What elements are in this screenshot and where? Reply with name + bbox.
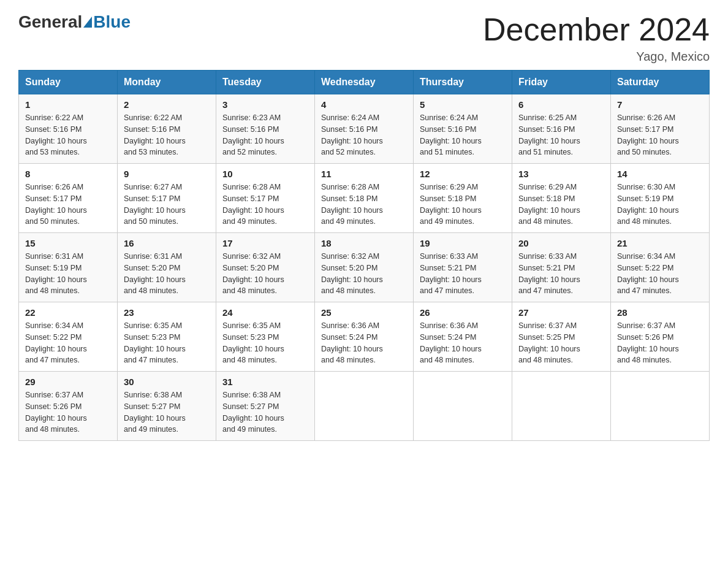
day-info: Sunrise: 6:36 AMSunset: 5:24 PMDaylight:… bbox=[321, 320, 407, 366]
day-number: 21 bbox=[617, 238, 703, 248]
calendar-day: 22Sunrise: 6:34 AMSunset: 5:22 PMDayligh… bbox=[19, 302, 118, 372]
day-info: Sunrise: 6:33 AMSunset: 5:21 PMDaylight:… bbox=[420, 251, 506, 297]
calendar-week-2: 8Sunrise: 6:26 AMSunset: 5:17 PMDaylight… bbox=[19, 164, 710, 233]
logo-blue-text: Blue bbox=[93, 12, 131, 32]
logo-general-text: General bbox=[18, 12, 82, 32]
calendar-day: 12Sunrise: 6:29 AMSunset: 5:18 PMDayligh… bbox=[414, 164, 512, 233]
weekday-header-row: SundayMondayTuesdayWednesdayThursdayFrid… bbox=[19, 71, 710, 94]
day-info: Sunrise: 6:31 AMSunset: 5:20 PMDaylight:… bbox=[124, 251, 210, 297]
day-number: 2 bbox=[124, 99, 210, 110]
calendar-week-1: 1Sunrise: 6:22 AMSunset: 5:16 PMDaylight… bbox=[19, 94, 710, 164]
calendar-day: 7Sunrise: 6:26 AMSunset: 5:17 PMDaylight… bbox=[611, 94, 710, 164]
day-number: 9 bbox=[124, 169, 210, 179]
calendar-day: 28Sunrise: 6:37 AMSunset: 5:26 PMDayligh… bbox=[611, 302, 710, 372]
calendar-day: 26Sunrise: 6:36 AMSunset: 5:24 PMDayligh… bbox=[414, 302, 512, 372]
calendar-day bbox=[414, 372, 512, 441]
day-info: Sunrise: 6:27 AMSunset: 5:17 PMDaylight:… bbox=[124, 182, 210, 228]
calendar-day: 6Sunrise: 6:25 AMSunset: 5:16 PMDaylight… bbox=[512, 94, 611, 164]
day-info: Sunrise: 6:32 AMSunset: 5:20 PMDaylight:… bbox=[321, 251, 407, 297]
calendar-day: 17Sunrise: 6:32 AMSunset: 5:20 PMDayligh… bbox=[216, 233, 315, 302]
page-header: General Blue December 2024 Yago, Mexico bbox=[18, 12, 710, 64]
day-number: 30 bbox=[124, 377, 210, 387]
day-number: 25 bbox=[321, 307, 407, 318]
logo-triangle-icon bbox=[83, 17, 92, 28]
weekday-header-tuesday: Tuesday bbox=[216, 71, 315, 94]
calendar-day: 1Sunrise: 6:22 AMSunset: 5:16 PMDaylight… bbox=[19, 94, 118, 164]
calendar-day: 13Sunrise: 6:29 AMSunset: 5:18 PMDayligh… bbox=[512, 164, 611, 233]
calendar-day: 30Sunrise: 6:38 AMSunset: 5:27 PMDayligh… bbox=[118, 372, 216, 441]
calendar-day: 19Sunrise: 6:33 AMSunset: 5:21 PMDayligh… bbox=[414, 233, 512, 302]
weekday-header-thursday: Thursday bbox=[414, 71, 512, 94]
calendar-day: 15Sunrise: 6:31 AMSunset: 5:19 PMDayligh… bbox=[19, 233, 118, 302]
calendar-day: 27Sunrise: 6:37 AMSunset: 5:25 PMDayligh… bbox=[512, 302, 611, 372]
calendar-week-4: 22Sunrise: 6:34 AMSunset: 5:22 PMDayligh… bbox=[19, 302, 710, 372]
day-number: 13 bbox=[518, 169, 604, 179]
month-title: December 2024 bbox=[483, 12, 710, 47]
calendar-table: SundayMondayTuesdayWednesdayThursdayFrid… bbox=[18, 70, 710, 441]
day-number: 8 bbox=[25, 169, 111, 179]
day-number: 16 bbox=[124, 238, 210, 248]
calendar-day: 31Sunrise: 6:38 AMSunset: 5:27 PMDayligh… bbox=[216, 372, 315, 441]
day-info: Sunrise: 6:26 AMSunset: 5:17 PMDaylight:… bbox=[617, 112, 703, 158]
day-number: 20 bbox=[518, 238, 604, 248]
calendar-day: 16Sunrise: 6:31 AMSunset: 5:20 PMDayligh… bbox=[118, 233, 216, 302]
day-number: 14 bbox=[617, 169, 703, 179]
calendar-day: 20Sunrise: 6:33 AMSunset: 5:21 PMDayligh… bbox=[512, 233, 611, 302]
calendar-day: 18Sunrise: 6:32 AMSunset: 5:20 PMDayligh… bbox=[315, 233, 414, 302]
day-info: Sunrise: 6:35 AMSunset: 5:23 PMDaylight:… bbox=[124, 320, 210, 366]
day-info: Sunrise: 6:28 AMSunset: 5:18 PMDaylight:… bbox=[321, 182, 407, 228]
day-number: 27 bbox=[518, 307, 604, 318]
day-info: Sunrise: 6:31 AMSunset: 5:19 PMDaylight:… bbox=[25, 251, 111, 297]
day-info: Sunrise: 6:24 AMSunset: 5:16 PMDaylight:… bbox=[321, 112, 407, 158]
day-number: 28 bbox=[617, 307, 703, 318]
weekday-header-monday: Monday bbox=[118, 71, 216, 94]
day-number: 11 bbox=[321, 169, 407, 179]
calendar-day: 3Sunrise: 6:23 AMSunset: 5:16 PMDaylight… bbox=[216, 94, 315, 164]
title-block: December 2024 Yago, Mexico bbox=[483, 12, 710, 64]
calendar-day: 29Sunrise: 6:37 AMSunset: 5:26 PMDayligh… bbox=[19, 372, 118, 441]
day-number: 18 bbox=[321, 238, 407, 248]
calendar-day: 4Sunrise: 6:24 AMSunset: 5:16 PMDaylight… bbox=[315, 94, 414, 164]
calendar-day: 24Sunrise: 6:35 AMSunset: 5:23 PMDayligh… bbox=[216, 302, 315, 372]
day-info: Sunrise: 6:37 AMSunset: 5:26 PMDaylight:… bbox=[25, 389, 111, 435]
day-info: Sunrise: 6:34 AMSunset: 5:22 PMDaylight:… bbox=[617, 251, 703, 297]
calendar-day: 9Sunrise: 6:27 AMSunset: 5:17 PMDaylight… bbox=[118, 164, 216, 233]
day-info: Sunrise: 6:32 AMSunset: 5:20 PMDaylight:… bbox=[222, 251, 308, 297]
day-number: 3 bbox=[222, 99, 308, 110]
day-number: 23 bbox=[124, 307, 210, 318]
day-number: 12 bbox=[420, 169, 506, 179]
day-info: Sunrise: 6:37 AMSunset: 5:25 PMDaylight:… bbox=[518, 320, 604, 366]
calendar-day: 14Sunrise: 6:30 AMSunset: 5:19 PMDayligh… bbox=[611, 164, 710, 233]
calendar-day: 25Sunrise: 6:36 AMSunset: 5:24 PMDayligh… bbox=[315, 302, 414, 372]
day-number: 15 bbox=[25, 238, 111, 248]
calendar-week-5: 29Sunrise: 6:37 AMSunset: 5:26 PMDayligh… bbox=[19, 372, 710, 441]
location-subtitle: Yago, Mexico bbox=[483, 50, 710, 64]
day-number: 31 bbox=[222, 377, 308, 387]
calendar-day bbox=[512, 372, 611, 441]
day-number: 29 bbox=[25, 377, 111, 387]
logo: General Blue bbox=[18, 12, 131, 32]
day-info: Sunrise: 6:38 AMSunset: 5:27 PMDaylight:… bbox=[124, 389, 210, 435]
day-info: Sunrise: 6:35 AMSunset: 5:23 PMDaylight:… bbox=[222, 320, 308, 366]
weekday-header-saturday: Saturday bbox=[611, 71, 710, 94]
day-number: 6 bbox=[518, 99, 604, 110]
day-info: Sunrise: 6:33 AMSunset: 5:21 PMDaylight:… bbox=[518, 251, 604, 297]
day-info: Sunrise: 6:26 AMSunset: 5:17 PMDaylight:… bbox=[25, 182, 111, 228]
day-info: Sunrise: 6:25 AMSunset: 5:16 PMDaylight:… bbox=[518, 112, 604, 158]
day-number: 19 bbox=[420, 238, 506, 248]
calendar-day: 23Sunrise: 6:35 AMSunset: 5:23 PMDayligh… bbox=[118, 302, 216, 372]
day-info: Sunrise: 6:29 AMSunset: 5:18 PMDaylight:… bbox=[518, 182, 604, 228]
day-info: Sunrise: 6:30 AMSunset: 5:19 PMDaylight:… bbox=[617, 182, 703, 228]
weekday-header-sunday: Sunday bbox=[19, 71, 118, 94]
calendar-day: 2Sunrise: 6:22 AMSunset: 5:16 PMDaylight… bbox=[118, 94, 216, 164]
day-number: 5 bbox=[420, 99, 506, 110]
calendar-day bbox=[315, 372, 414, 441]
day-number: 24 bbox=[222, 307, 308, 318]
day-info: Sunrise: 6:37 AMSunset: 5:26 PMDaylight:… bbox=[617, 320, 703, 366]
day-number: 1 bbox=[25, 99, 111, 110]
day-info: Sunrise: 6:36 AMSunset: 5:24 PMDaylight:… bbox=[420, 320, 506, 366]
day-info: Sunrise: 6:28 AMSunset: 5:17 PMDaylight:… bbox=[222, 182, 308, 228]
day-number: 22 bbox=[25, 307, 111, 318]
calendar-header: SundayMondayTuesdayWednesdayThursdayFrid… bbox=[19, 71, 710, 94]
day-number: 26 bbox=[420, 307, 506, 318]
